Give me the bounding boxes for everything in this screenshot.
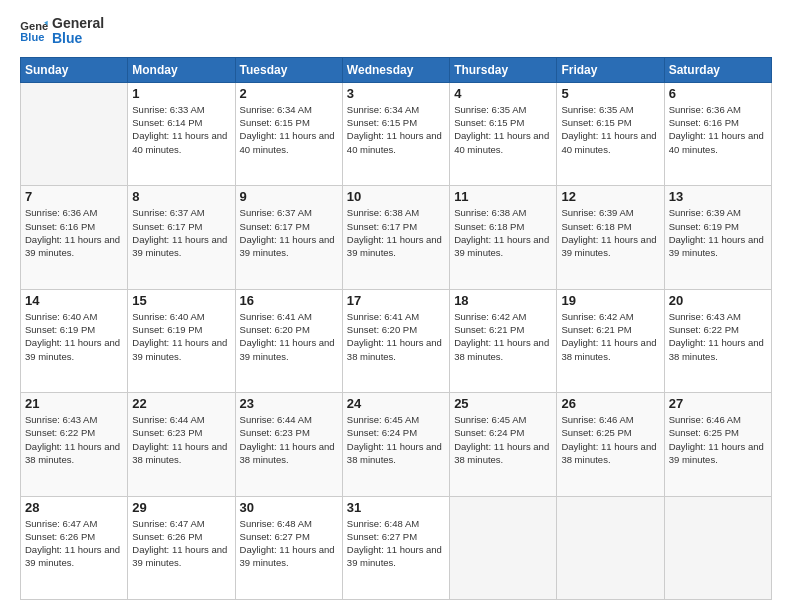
daylight-text: Daylight: 11 hours and 39 minutes. [240,544,335,568]
sunset-text: Sunset: 6:19 PM [669,221,739,232]
calendar-week-1: 1 Sunrise: 6:33 AM Sunset: 6:14 PM Dayli… [21,82,772,185]
day-info: Sunrise: 6:34 AM Sunset: 6:15 PM Dayligh… [347,103,445,156]
calendar-cell: 10 Sunrise: 6:38 AM Sunset: 6:17 PM Dayl… [342,186,449,289]
day-number: 30 [240,500,338,515]
sunset-text: Sunset: 6:15 PM [454,117,524,128]
daylight-text: Daylight: 11 hours and 38 minutes. [454,337,549,361]
sunrise-text: Sunrise: 6:39 AM [561,207,633,218]
day-number: 22 [132,396,230,411]
sunrise-text: Sunrise: 6:40 AM [132,311,204,322]
day-info: Sunrise: 6:48 AM Sunset: 6:27 PM Dayligh… [240,517,338,570]
day-info: Sunrise: 6:46 AM Sunset: 6:25 PM Dayligh… [561,413,659,466]
day-number: 9 [240,189,338,204]
daylight-text: Daylight: 11 hours and 39 minutes. [132,544,227,568]
daylight-text: Daylight: 11 hours and 40 minutes. [669,130,764,154]
day-number: 20 [669,293,767,308]
daylight-text: Daylight: 11 hours and 40 minutes. [561,130,656,154]
sunset-text: Sunset: 6:19 PM [132,324,202,335]
sunrise-text: Sunrise: 6:40 AM [25,311,97,322]
day-number: 16 [240,293,338,308]
daylight-text: Daylight: 11 hours and 38 minutes. [561,441,656,465]
svg-text:General: General [20,21,48,33]
calendar-cell [21,82,128,185]
daylight-text: Daylight: 11 hours and 39 minutes. [347,234,442,258]
daylight-text: Daylight: 11 hours and 38 minutes. [25,441,120,465]
day-number: 3 [347,86,445,101]
sunrise-text: Sunrise: 6:48 AM [240,518,312,529]
day-number: 7 [25,189,123,204]
day-info: Sunrise: 6:38 AM Sunset: 6:18 PM Dayligh… [454,206,552,259]
calendar-cell: 11 Sunrise: 6:38 AM Sunset: 6:18 PM Dayl… [450,186,557,289]
sunrise-text: Sunrise: 6:34 AM [347,104,419,115]
column-header-monday: Monday [128,57,235,82]
logo: General Blue General Blue [20,16,104,47]
day-number: 6 [669,86,767,101]
sunset-text: Sunset: 6:16 PM [669,117,739,128]
sunset-text: Sunset: 6:17 PM [347,221,417,232]
calendar-cell: 26 Sunrise: 6:46 AM Sunset: 6:25 PM Dayl… [557,393,664,496]
day-info: Sunrise: 6:44 AM Sunset: 6:23 PM Dayligh… [240,413,338,466]
calendar-cell [557,496,664,599]
sunrise-text: Sunrise: 6:38 AM [454,207,526,218]
page: General Blue General Blue SundayMondayTu… [0,0,792,612]
day-number: 5 [561,86,659,101]
daylight-text: Daylight: 11 hours and 38 minutes. [347,337,442,361]
sunset-text: Sunset: 6:26 PM [25,531,95,542]
calendar-cell: 21 Sunrise: 6:43 AM Sunset: 6:22 PM Dayl… [21,393,128,496]
calendar-cell: 4 Sunrise: 6:35 AM Sunset: 6:15 PM Dayli… [450,82,557,185]
daylight-text: Daylight: 11 hours and 39 minutes. [132,337,227,361]
calendar-cell: 22 Sunrise: 6:44 AM Sunset: 6:23 PM Dayl… [128,393,235,496]
day-number: 27 [669,396,767,411]
daylight-text: Daylight: 11 hours and 39 minutes. [669,441,764,465]
daylight-text: Daylight: 11 hours and 39 minutes. [25,337,120,361]
day-info: Sunrise: 6:33 AM Sunset: 6:14 PM Dayligh… [132,103,230,156]
sunset-text: Sunset: 6:18 PM [561,221,631,232]
day-info: Sunrise: 6:37 AM Sunset: 6:17 PM Dayligh… [132,206,230,259]
calendar-cell: 1 Sunrise: 6:33 AM Sunset: 6:14 PM Dayli… [128,82,235,185]
sunrise-text: Sunrise: 6:44 AM [132,414,204,425]
sunset-text: Sunset: 6:20 PM [240,324,310,335]
daylight-text: Daylight: 11 hours and 38 minutes. [132,441,227,465]
sunset-text: Sunset: 6:17 PM [132,221,202,232]
calendar-cell: 2 Sunrise: 6:34 AM Sunset: 6:15 PM Dayli… [235,82,342,185]
daylight-text: Daylight: 11 hours and 40 minutes. [347,130,442,154]
sunset-text: Sunset: 6:20 PM [347,324,417,335]
calendar-cell: 23 Sunrise: 6:44 AM Sunset: 6:23 PM Dayl… [235,393,342,496]
daylight-text: Daylight: 11 hours and 39 minutes. [132,234,227,258]
sunrise-text: Sunrise: 6:41 AM [240,311,312,322]
daylight-text: Daylight: 11 hours and 39 minutes. [25,234,120,258]
daylight-text: Daylight: 11 hours and 39 minutes. [240,337,335,361]
daylight-text: Daylight: 11 hours and 38 minutes. [240,441,335,465]
daylight-text: Daylight: 11 hours and 40 minutes. [454,130,549,154]
day-info: Sunrise: 6:35 AM Sunset: 6:15 PM Dayligh… [454,103,552,156]
sunset-text: Sunset: 6:17 PM [240,221,310,232]
day-number: 1 [132,86,230,101]
column-header-friday: Friday [557,57,664,82]
day-info: Sunrise: 6:46 AM Sunset: 6:25 PM Dayligh… [669,413,767,466]
sunrise-text: Sunrise: 6:43 AM [25,414,97,425]
sunset-text: Sunset: 6:27 PM [347,531,417,542]
day-number: 26 [561,396,659,411]
calendar-cell: 20 Sunrise: 6:43 AM Sunset: 6:22 PM Dayl… [664,289,771,392]
sunrise-text: Sunrise: 6:47 AM [132,518,204,529]
calendar-cell: 25 Sunrise: 6:45 AM Sunset: 6:24 PM Dayl… [450,393,557,496]
day-info: Sunrise: 6:40 AM Sunset: 6:19 PM Dayligh… [25,310,123,363]
sunrise-text: Sunrise: 6:44 AM [240,414,312,425]
day-number: 23 [240,396,338,411]
sunset-text: Sunset: 6:14 PM [132,117,202,128]
day-number: 13 [669,189,767,204]
day-info: Sunrise: 6:40 AM Sunset: 6:19 PM Dayligh… [132,310,230,363]
sunset-text: Sunset: 6:24 PM [454,427,524,438]
sunrise-text: Sunrise: 6:37 AM [240,207,312,218]
day-info: Sunrise: 6:36 AM Sunset: 6:16 PM Dayligh… [669,103,767,156]
day-info: Sunrise: 6:44 AM Sunset: 6:23 PM Dayligh… [132,413,230,466]
sunrise-text: Sunrise: 6:48 AM [347,518,419,529]
logo-blue: Blue [52,31,104,46]
daylight-text: Daylight: 11 hours and 40 minutes. [132,130,227,154]
calendar-cell: 9 Sunrise: 6:37 AM Sunset: 6:17 PM Dayli… [235,186,342,289]
sunrise-text: Sunrise: 6:37 AM [132,207,204,218]
day-number: 2 [240,86,338,101]
day-number: 11 [454,189,552,204]
sunset-text: Sunset: 6:27 PM [240,531,310,542]
calendar-cell: 5 Sunrise: 6:35 AM Sunset: 6:15 PM Dayli… [557,82,664,185]
